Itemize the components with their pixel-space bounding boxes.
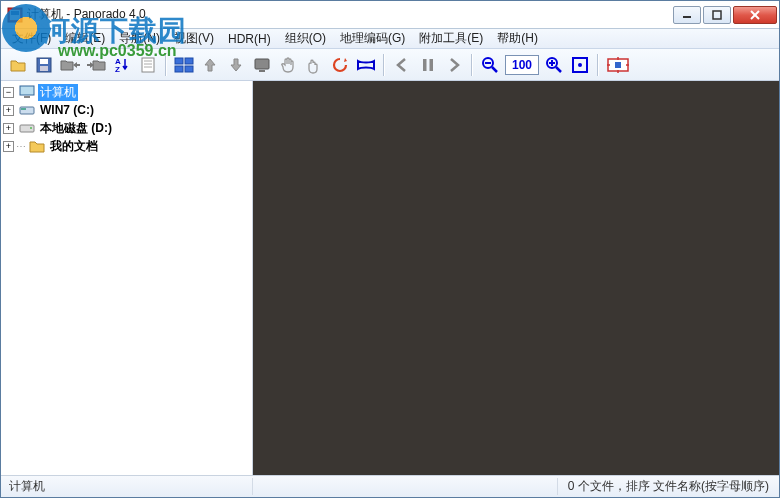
statusbar: 计算机 0 个文件，排序 文件名称(按字母顺序) [1,475,779,497]
svg-rect-22 [423,59,427,71]
zoom-out-button[interactable] [477,52,503,78]
tree-node-computer[interactable]: − 计算机 [1,83,252,101]
menu-organize[interactable]: 组织(O) [278,29,333,48]
folder-icon [29,138,45,154]
status-info: 0 个文件，排序 文件名称(按字母顺序) [557,478,779,495]
svg-rect-34 [615,62,621,68]
svg-rect-38 [21,108,26,110]
info-button[interactable] [135,52,161,78]
svg-point-40 [30,127,32,129]
toolbar-separator [165,54,167,76]
tree-label: 本地磁盘 (D:) [38,120,114,137]
svg-rect-17 [185,58,193,64]
open-file-button[interactable] [5,52,31,78]
next-button[interactable] [441,52,467,78]
maximize-button[interactable] [703,6,731,24]
menu-help[interactable]: 帮助(H) [490,29,545,48]
toolbar: AZ 100 [1,49,779,81]
tree-node-drive-c[interactable]: + WIN7 (C:) [1,101,252,119]
prev-button[interactable] [389,52,415,78]
collapse-icon[interactable]: − [3,87,14,98]
close-button[interactable] [733,6,777,24]
monitor-button[interactable] [249,52,275,78]
tree-label: 我的文档 [48,138,100,155]
svg-rect-8 [40,59,48,64]
save-button[interactable] [31,52,57,78]
svg-rect-9 [40,66,48,71]
pause-button[interactable] [415,52,441,78]
zoom-in-button[interactable] [541,52,567,78]
svg-rect-18 [175,66,183,72]
menubar: 文件(F) 编辑(E) 导航(N) 视图(V) HDR(H) 组织(O) 地理编… [1,29,779,49]
svg-rect-23 [430,59,434,71]
drive-icon [19,102,35,118]
toolbar-separator [597,54,599,76]
status-path: 计算机 [1,478,253,495]
computer-icon [19,84,35,100]
app-icon [7,7,23,23]
rotate-button[interactable] [327,52,353,78]
next-folder-button[interactable] [83,52,109,78]
menu-hdr[interactable]: HDR(H) [221,31,278,47]
expand-icon[interactable]: + [3,123,14,134]
tree-label: 计算机 [38,84,78,101]
minimize-button[interactable] [673,6,701,24]
tree-label: WIN7 (C:) [38,103,96,117]
svg-rect-39 [20,125,34,132]
svg-line-25 [492,67,497,72]
titlebar[interactable]: 计算机 - Panorado 4.0 [1,1,779,29]
expand-icon[interactable]: + [3,105,14,116]
svg-rect-19 [185,66,193,72]
toolbar-separator [383,54,385,76]
menu-extras[interactable]: 附加工具(E) [412,29,490,48]
menu-file[interactable]: 文件(F) [5,29,58,48]
svg-rect-16 [175,58,183,64]
folder-tree-panel[interactable]: − 计算机 + WIN7 (C:) [1,81,253,475]
navigator-button[interactable] [603,52,633,78]
menu-view[interactable]: 视图(V) [167,29,221,48]
svg-rect-36 [24,96,30,98]
svg-rect-2 [11,11,19,15]
up-arrow-button[interactable] [197,52,223,78]
svg-text:Z: Z [115,65,120,74]
toolbar-separator [471,54,473,76]
menu-edit[interactable]: 编辑(E) [58,29,112,48]
svg-rect-21 [259,70,265,72]
drive-icon [19,120,35,136]
tree-connector: ⋯ [16,141,26,152]
svg-line-28 [556,67,561,72]
tree-node-drive-d[interactable]: + 本地磁盘 (D:) [1,119,252,137]
zoom-value[interactable]: 100 [505,55,539,75]
tree-node-mydocs[interactable]: + ⋯ 我的文档 [1,137,252,155]
svg-point-32 [578,63,582,67]
hand-pan-button[interactable] [275,52,301,78]
window-title: 计算机 - Panorado 4.0 [27,6,146,23]
sort-button[interactable]: AZ [109,52,135,78]
svg-rect-35 [20,86,34,95]
fit-screen-button[interactable] [567,52,593,78]
prev-folder-button[interactable] [57,52,83,78]
menu-nav[interactable]: 导航(N) [112,29,167,48]
svg-rect-20 [255,59,269,69]
svg-rect-4 [713,11,721,19]
panorama-button[interactable] [353,52,379,78]
grab-button[interactable] [301,52,327,78]
expand-icon[interactable]: + [3,141,14,152]
menu-geocode[interactable]: 地理编码(G) [333,29,412,48]
thumbnails-button[interactable] [171,52,197,78]
svg-rect-12 [142,58,154,72]
image-viewer-area[interactable] [253,81,779,475]
down-arrow-button[interactable] [223,52,249,78]
